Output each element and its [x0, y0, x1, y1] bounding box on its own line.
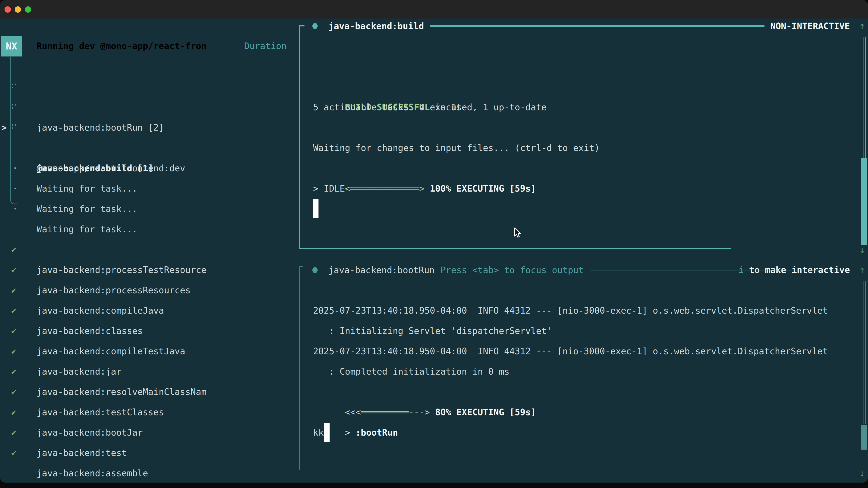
focus-hint: Press <tab> to focus output	[440, 265, 584, 275]
waiting-task-row: · Waiting for task...	[0, 178, 294, 199]
task-prompt-line: > :bootRun	[313, 402, 398, 422]
sidebar-title: Running dev @mono-app/react-fron	[37, 36, 206, 56]
scrollbar-thumb[interactable]	[861, 425, 867, 450]
idle-prompt-line: > IDLE	[313, 178, 345, 199]
header-rule	[590, 270, 844, 270]
panel-border-bottom	[299, 470, 847, 470]
task-row-bootrun[interactable]: java-backend:bootRun [2] Continuous	[0, 77, 294, 97]
completed-task-row[interactable]: ✔ java-backend:processResources 1.0s	[0, 239, 294, 260]
completed-task-row[interactable]: ✔ java-backend:test 734ms	[0, 402, 294, 422]
terminal-window: NX Running dev @mono-app/react-fron Dura…	[0, 0, 868, 483]
completed-task-row[interactable]: ✔ java-backend:compileJava 4.3s	[0, 260, 294, 280]
spinner-icon	[12, 124, 17, 130]
completed-task-row[interactable]: ✔ java-backend:processTestResource 889ms	[0, 219, 294, 239]
completed-task-row[interactable]: ✔ java-backend:classes 1.1s	[0, 280, 294, 300]
gradle-progress-line: <<<═════════---> 80% EXECUTING [59s]	[313, 382, 536, 402]
progress-bar-right: --->	[409, 407, 430, 417]
progress-status: 80% EXECUTING [59s]	[430, 407, 536, 417]
gradle-progress-line: <═════════════> 100% EXECUTING [59s]	[313, 158, 536, 178]
header-rule	[430, 25, 765, 27]
mode-badge: NON-INTERACTIVE	[770, 21, 850, 31]
panel-border-bottom	[299, 248, 731, 249]
terminal-cursor	[324, 423, 330, 442]
scroll-down-icon[interactable]: ↓	[858, 463, 867, 483]
log-line: : Initializing Servlet 'dispatcherServle…	[313, 321, 552, 341]
prompt-arrow: >	[345, 427, 355, 437]
scrollbar-thumb[interactable]	[861, 158, 867, 246]
spinner-icon	[12, 104, 17, 109]
interactive-hint: i to make interactive	[707, 239, 850, 260]
mouse-cursor-icon	[514, 228, 524, 239]
user-input-line[interactable]: kk	[313, 422, 324, 443]
panel-border	[299, 25, 305, 249]
task-row-build-selected[interactable]: > java-backend:build [1] Continuous	[0, 97, 294, 118]
waiting-for-changes-line: Waiting for changes to input files... (c…	[313, 138, 600, 158]
scrollbar-track[interactable]	[863, 37, 866, 158]
waiting-task-row: · Waiting for task...	[0, 138, 294, 158]
progress-bar: <═════════════>	[345, 184, 425, 194]
task-bullet-icon	[312, 23, 318, 29]
keyboard-hints: quit: q help: ?	[170, 463, 287, 483]
scroll-up-icon[interactable]: ↑	[858, 16, 867, 36]
progress-status: 100% EXECUTING [59s]	[425, 184, 536, 194]
build-panel-header: java-backend:build NON-INTERACTIVE	[312, 16, 850, 36]
completed-task-row[interactable]: ✔ java-backend:compileTestJava 808ms	[0, 300, 294, 321]
completed-task-row[interactable]: ✔ java-backend:resolveMainClassNam 1.5s	[0, 341, 294, 361]
waiting-label: Waiting for task...	[37, 199, 137, 219]
build-result-line: BUILD SUCCESSFUL in 1s	[313, 77, 462, 97]
pagination: ← 1/2 →	[12, 463, 81, 483]
check-icon: ✔	[11, 443, 16, 463]
nx-logo: NX	[1, 36, 22, 57]
pending-dot-icon: ·	[12, 199, 18, 219]
panel-title: java-backend:bootRun	[329, 265, 435, 275]
close-button-icon[interactable]	[4, 6, 11, 13]
terminal-cursor	[313, 199, 318, 218]
completed-task-row[interactable]: ✔ java-backend:assemble 774ms	[0, 422, 294, 443]
spinner-icon	[12, 84, 17, 89]
completed-task-row[interactable]: ✔ java-backend:jar 1.4s	[0, 321, 294, 341]
log-line: 2025-07-23T13:40:18.950-04:00 INFO 44312…	[313, 300, 828, 321]
task-name: java-backend:test	[37, 443, 127, 463]
scroll-up-icon[interactable]: ↑	[858, 260, 867, 280]
completed-task-row[interactable]: ✔ java-backend:bootJar 1.1s	[0, 382, 294, 402]
scrollbar-track[interactable]	[863, 281, 866, 424]
task-bullet-icon	[312, 267, 318, 273]
prompt-task: :bootRun	[355, 427, 398, 437]
panel-border	[299, 266, 303, 470]
scroll-down-icon[interactable]: ↓	[858, 239, 867, 260]
bootrun-panel-header: java-backend:bootRun Press <tab> to focu…	[312, 260, 850, 280]
panel-title: java-backend:build	[329, 21, 424, 31]
build-summary-line: 5 actionable tasks: 4 executed, 1 up-to-…	[313, 97, 547, 118]
minimize-button-icon[interactable]	[15, 6, 21, 13]
task-row-frontend-dev[interactable]: @mono-app/react-frontend:dev Continuous	[0, 118, 294, 138]
duration-column-header: Duration	[244, 36, 287, 56]
zoom-button-icon[interactable]	[25, 6, 31, 13]
log-line: : Completed initialization in 0 ms	[313, 361, 509, 382]
log-line: 2025-07-23T13:40:18.950-04:00 INFO 44312…	[313, 341, 828, 361]
waiting-task-row: · Waiting for task...	[0, 158, 294, 178]
completed-task-row[interactable]: ✔ java-backend:testClasses 1.3s	[0, 361, 294, 382]
